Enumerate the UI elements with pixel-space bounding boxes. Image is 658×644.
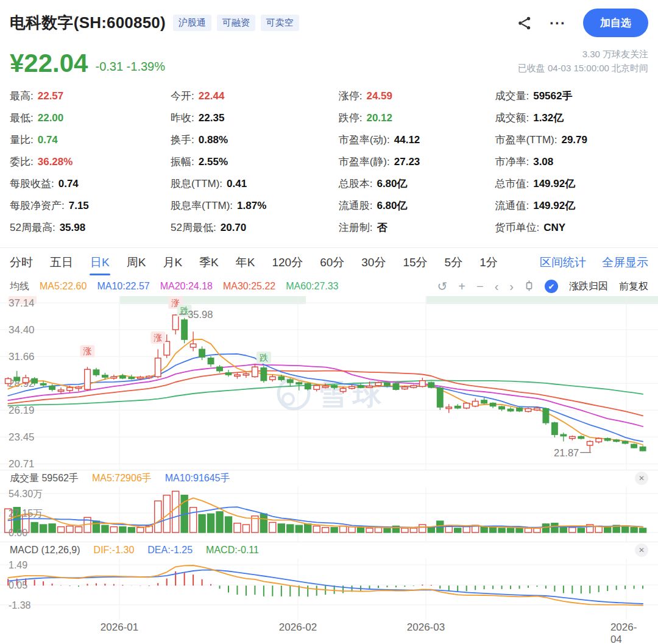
ma-legend-item: MA5:22.60 bbox=[40, 281, 87, 292]
stat-value: 3.08 bbox=[533, 156, 553, 168]
volume-chart[interactable]: 54.30万27.15万0.00 bbox=[0, 487, 658, 542]
stat-value: 59562手 bbox=[533, 89, 572, 103]
macd-histogram bbox=[8, 571, 643, 596]
chart-card: 分时五日日K周K月K季K年K120分60分30分15分5分1分 区间统计全屏显示… bbox=[0, 247, 658, 635]
followers-count: 3.30 万球友关注 bbox=[518, 47, 648, 61]
ma-legend-row: 均线 MA5:22.60MA10:22.57MA20:24.18MA30:25.… bbox=[0, 277, 658, 296]
link-全屏显示[interactable]: 全屏显示 bbox=[602, 255, 648, 271]
close-macd-icon[interactable]: ✕ bbox=[635, 543, 648, 557]
stat-row: 委比:36.28% bbox=[10, 151, 171, 173]
tab-30分[interactable]: 30分 bbox=[361, 248, 386, 277]
tab-分时[interactable]: 分时 bbox=[10, 248, 33, 277]
stat-row: 每股净资产:7.15 bbox=[10, 195, 171, 217]
chart-links: 区间统计全屏显示 bbox=[540, 255, 648, 271]
volume-ma5-label: MA5:72906手 bbox=[92, 472, 152, 485]
tab-5分[interactable]: 5分 bbox=[445, 248, 463, 277]
stat-label: 跌停: bbox=[339, 111, 363, 125]
stat-label: 52周最高: bbox=[10, 221, 55, 235]
svg-text:0.05: 0.05 bbox=[9, 580, 27, 590]
share-icon[interactable] bbox=[517, 15, 532, 31]
link-区间统计[interactable]: 区间统计 bbox=[540, 255, 586, 271]
add-watchlist-button[interactable]: 加自选 bbox=[583, 9, 648, 37]
stat-label: 52周最低: bbox=[171, 221, 216, 235]
stat-row: 市净率:3.08 bbox=[495, 151, 648, 173]
undo-icon[interactable]: ↺ bbox=[437, 280, 448, 292]
stat-value: 22.44 bbox=[199, 90, 225, 102]
tabs-list: 分时五日日K周K月K季K年K120分60分30分15分5分1分 bbox=[10, 248, 498, 277]
svg-text:涨: 涨 bbox=[154, 332, 162, 342]
svg-text:34.40: 34.40 bbox=[9, 324, 35, 336]
svg-text:26.19: 26.19 bbox=[9, 405, 35, 416]
stat-value: 22.00 bbox=[38, 112, 64, 124]
stat-row: 成交量:59562手 bbox=[495, 85, 648, 107]
ma-legend-item: MA30:25.22 bbox=[223, 281, 275, 292]
stat-label: 总市值: bbox=[495, 177, 529, 191]
stat-label: 每股净资产: bbox=[10, 199, 65, 213]
toolbar-icons: ↺+−‹› bbox=[437, 280, 534, 293]
stat-row: 总市值:149.92亿 bbox=[495, 173, 648, 195]
tab-日K[interactable]: 日K bbox=[90, 248, 110, 277]
stat-label: 市盈率(TTM): bbox=[495, 133, 557, 147]
tab-120分[interactable]: 120分 bbox=[272, 248, 303, 277]
chevron-left-icon[interactable]: ‹ bbox=[495, 280, 499, 292]
zoom-in-icon[interactable]: + bbox=[458, 280, 465, 292]
stat-label: 市盈率(静): bbox=[339, 155, 390, 169]
macd-lines bbox=[8, 565, 643, 606]
tab-年K[interactable]: 年K bbox=[236, 248, 255, 277]
volume-panel-header: 成交量 59562手 MA5:72906手 MA10:91645手 ✕ bbox=[0, 470, 658, 487]
stat-label: 昨收: bbox=[171, 111, 194, 125]
svg-text:-1.38: -1.38 bbox=[9, 600, 31, 610]
stat-label: 流通值: bbox=[495, 199, 529, 213]
stat-row: 货币单位:CNY bbox=[495, 217, 648, 239]
stat-label: 最低: bbox=[10, 111, 34, 125]
market-info: 3.30 万球友关注 已收盘 04-03 15:00:00 北京时间 bbox=[518, 47, 648, 76]
stat-value: 6.80亿 bbox=[377, 177, 407, 191]
stat-row: 涨停:24.59 bbox=[339, 85, 495, 107]
zoom-out-icon[interactable]: − bbox=[476, 280, 484, 292]
tab-季K[interactable]: 季K bbox=[199, 248, 219, 277]
stat-label: 量比: bbox=[10, 133, 34, 147]
stats-grid: 最高:22.57最低:22.00量比:0.74委比:36.28%每股收益:0.7… bbox=[0, 76, 658, 239]
stat-row: 成交额:1.32亿 bbox=[495, 107, 648, 129]
attribution-toggle[interactable]: 涨跌归因 bbox=[569, 280, 608, 293]
adjust-mode-toggle[interactable]: 前复权 bbox=[619, 280, 648, 293]
macd-dif-label: DIF:-1.30 bbox=[94, 545, 135, 556]
attribution-check-icon[interactable]: ✔ bbox=[545, 280, 558, 293]
stock-tag: 可融资 bbox=[217, 15, 255, 31]
macd-panel-header: MACD (12,26,9) DIF:-1.30 DEA:-1.25 MACD:… bbox=[0, 542, 658, 559]
stat-value: 7.15 bbox=[69, 200, 89, 212]
more-options-icon[interactable]: ··· bbox=[550, 20, 566, 26]
ma-legend-item: MA10:22.57 bbox=[97, 281, 149, 292]
chevron-right-icon[interactable]: › bbox=[509, 280, 514, 292]
stat-row: 股息(TTM):0.41 bbox=[171, 173, 339, 195]
stat-label: 涨停: bbox=[339, 89, 363, 103]
date-label: 2026-02 bbox=[279, 621, 317, 634]
stat-label: 每股收益: bbox=[10, 177, 54, 191]
tab-1分[interactable]: 1分 bbox=[479, 248, 498, 277]
macd-dea-label: DEA:-1.25 bbox=[147, 545, 193, 556]
stat-value: 22.57 bbox=[38, 90, 64, 102]
stat-row: 市盈率(TTM):29.79 bbox=[495, 129, 648, 151]
svg-text:21.87: 21.87 bbox=[554, 447, 579, 458]
tab-月K[interactable]: 月K bbox=[163, 248, 182, 277]
stat-label: 流通股: bbox=[339, 199, 373, 213]
macd-chart[interactable]: 1.490.05-1.38 bbox=[0, 559, 658, 620]
stat-label: 最高: bbox=[10, 89, 34, 103]
stats-column: 涨停:24.59跌停:20.12市盈率(动):44.12市盈率(静):27.23… bbox=[339, 85, 495, 239]
volume-ma10-label: MA10:91645手 bbox=[165, 472, 230, 485]
stat-value: 0.88% bbox=[199, 134, 228, 146]
tab-五日[interactable]: 五日 bbox=[50, 248, 73, 277]
candlestick-chart[interactable]: 37.1434.4031.6628.9226.1923.4520.71雪球涨涨涨… bbox=[0, 296, 658, 470]
macd-title: MACD (12,26,9) bbox=[10, 545, 80, 556]
macd-axis-labels: 1.490.05-1.38 bbox=[9, 560, 31, 610]
stat-label: 股息率(TTM): bbox=[171, 199, 233, 213]
candle-icon[interactable] bbox=[525, 280, 534, 293]
tab-周K[interactable]: 周K bbox=[127, 248, 146, 277]
tab-60分[interactable]: 60分 bbox=[320, 248, 344, 277]
stat-row: 注册制:否 bbox=[339, 217, 495, 239]
close-volume-icon[interactable]: ✕ bbox=[635, 472, 648, 485]
stats-column: 今开:22.44昨收:22.35换手:0.88%振幅:2.55%股息(TTM):… bbox=[171, 85, 339, 239]
stat-value: 1.32亿 bbox=[533, 111, 564, 125]
tab-15分[interactable]: 15分 bbox=[403, 248, 427, 277]
stat-label: 市盈率(动): bbox=[339, 133, 390, 147]
